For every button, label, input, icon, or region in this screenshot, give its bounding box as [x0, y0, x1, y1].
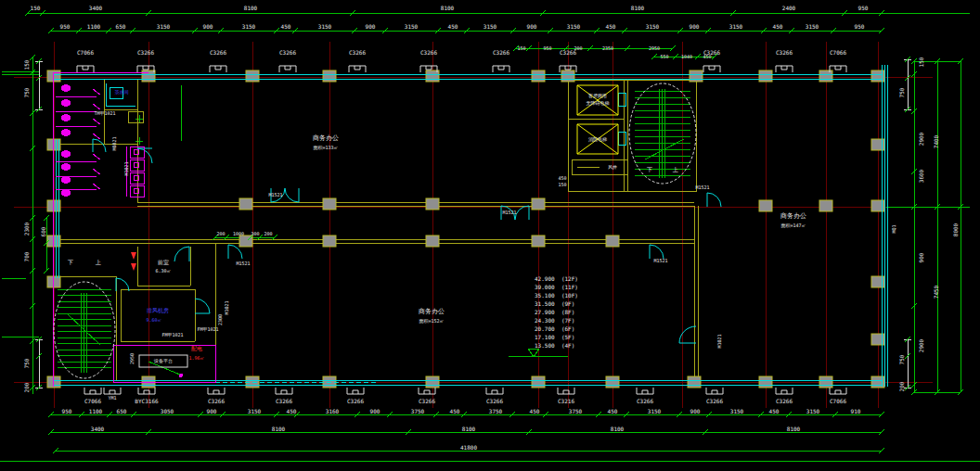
equipment-platform-box [139, 355, 187, 367]
door-swings [93, 139, 721, 343]
window-symbol [276, 388, 292, 394]
sanitary-fixtures [53, 72, 215, 387]
sink-counter [110, 87, 122, 98]
window-symbol [279, 66, 296, 72]
elevator-shafts [577, 85, 618, 154]
window-symbol [493, 66, 509, 72]
window-symbol [77, 66, 94, 72]
grid-lines [14, 42, 933, 408]
window-symbol [558, 388, 574, 394]
elevator-door [618, 93, 625, 106]
window-symbol [703, 66, 720, 72]
window-symbol [637, 388, 653, 394]
stair-treads [58, 89, 690, 373]
cad-drawing-canvas[interactable]: 1503400810081008100240095095011006503150… [0, 0, 980, 471]
window-symbol [776, 388, 793, 394]
window-symbol [84, 388, 101, 394]
window-symbol [208, 388, 225, 394]
window-symbol [138, 388, 155, 394]
structural-columns [47, 70, 884, 388]
window-symbol [830, 388, 846, 394]
window-symbol [776, 66, 793, 72]
window-symbol [349, 66, 366, 72]
window-symbol [486, 388, 503, 394]
red-marks [131, 252, 136, 271]
exterior-walls [53, 65, 887, 387]
floorplan-geometry [0, 0, 980, 471]
window-symbol [210, 66, 226, 72]
window-symbol [706, 388, 723, 394]
elevator-door [618, 132, 625, 145]
white-details [35, 59, 911, 388]
window-symbol [347, 388, 364, 394]
window-symbol [104, 388, 121, 394]
toilet-bowls [61, 84, 183, 377]
